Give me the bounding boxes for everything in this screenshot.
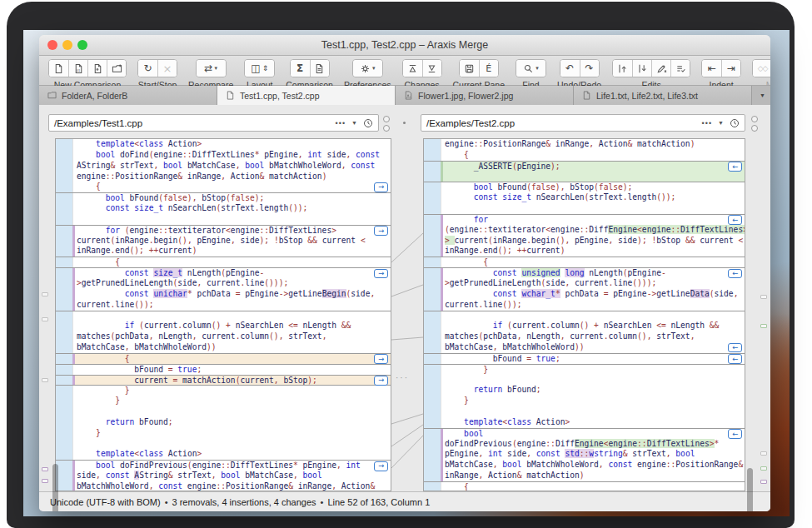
next-change-button[interactable] — [422, 60, 441, 77]
encoding-button[interactable]: É — [479, 60, 498, 77]
merge-right-button[interactable]: → — [374, 226, 388, 236]
code-line — [424, 375, 745, 386]
code-line: matches(pchData, nLength, current.column… — [56, 331, 391, 342]
code-line: } — [424, 364, 745, 375]
new-binary-comparison-button[interactable]: 01 — [68, 60, 87, 77]
history-icon[interactable] — [730, 118, 740, 128]
merge-right-button[interactable]: → — [374, 182, 388, 192]
inserted-line-background — [441, 172, 745, 182]
merge-right-button[interactable]: → — [374, 354, 388, 364]
code-line: const size_t nSearchLen(strText.length()… — [424, 192, 745, 203]
left-change-map[interactable] — [39, 208, 52, 511]
new-image-comparison-button[interactable] — [87, 60, 107, 77]
new-text-comparison-button[interactable] — [49, 60, 68, 77]
comparison-content: /Examples/Test1.cpp ••• ▼ /Examples/Test… — [39, 105, 770, 491]
changes-summary: 3 removals, 4 insertions, 4 changes — [172, 497, 316, 507]
merge-both-button: ◇◇ — [753, 60, 770, 77]
code-line: >getPrunedLineLength(side, current.line(… — [56, 278, 391, 289]
code-line: bMatchWholeWord, const engine::PositionR… — [56, 481, 391, 491]
merge-right-button[interactable]: → — [374, 269, 388, 279]
path-dropdown-icon[interactable]: ▼ — [351, 120, 357, 126]
code-line: bool doFindPrevious(engine::DiffTextLine… — [56, 460, 391, 471]
edit-prev-icon — [617, 63, 628, 74]
change-map-marker — [760, 466, 767, 471]
code-line: { — [56, 257, 391, 267]
code-line: bool← — [424, 428, 745, 439]
previous-edit-button[interactable] — [613, 60, 632, 77]
merge-left-button[interactable]: ← — [728, 162, 742, 172]
recompare-button[interactable]: ⇄▾ — [197, 60, 226, 77]
left-file-path-field[interactable]: /Examples/Test1.cpp ••• ▼ — [48, 114, 379, 132]
save-button[interactable] — [460, 60, 479, 77]
code-line: matches(pchData, nLength, current.column… — [424, 331, 745, 342]
sigma-icon: Σ — [296, 63, 303, 73]
encoding-icon: É — [486, 64, 491, 73]
title-bar[interactable]: Test1.cpp, Test2.cpp – Araxis Merge — [39, 35, 770, 56]
previous-change-button[interactable] — [403, 60, 422, 77]
discard-edits-button[interactable] — [651, 60, 670, 77]
path-dropdown-icon[interactable]: ▼ — [718, 120, 724, 126]
code-line: pEngine, int side, const std::wstring& s… — [424, 449, 745, 460]
code-line: current(inRange.begin(), pEngine, side);… — [56, 236, 391, 247]
code-line: for← — [424, 214, 745, 225]
next-edit-button[interactable] — [632, 60, 651, 77]
merge-right-button[interactable]: → — [374, 461, 388, 471]
outdent-button[interactable]: ⇤ — [702, 60, 721, 77]
code-line: bFound = true;← — [424, 353, 745, 364]
preferences-button[interactable]: ▾ — [353, 60, 382, 77]
start-button[interactable]: ↻ — [138, 60, 157, 77]
merge-left-button[interactable]: ← — [728, 354, 742, 364]
stop-button: × — [157, 60, 177, 77]
code-line — [56, 214, 391, 225]
review-edits-button[interactable] — [670, 60, 690, 77]
right-code-pane[interactable]: engine::PositionRange& inRange, Action& … — [423, 138, 745, 491]
left-pane-status-indicators — [383, 116, 391, 132]
folder-icon — [47, 91, 57, 100]
redo-button[interactable]: ↷ — [580, 60, 599, 77]
right-file-path-field[interactable]: /Examples/Test2.cpp ••• ▼ — [421, 114, 745, 132]
layout-button[interactable]: ◫⇕ — [245, 60, 274, 77]
tab-foldera-folderb[interactable]: FolderA, FolderB — [39, 86, 217, 105]
screenshot-stage: Test1.cpp, Test2.cpp – Araxis Merge 01Ne… — [0, 0, 812, 528]
tab-flower1-jpg-flower2-jpg[interactable]: Flower1.jpg, Flower2.jpg — [396, 86, 574, 105]
pane-link-dot — [403, 122, 406, 124]
save-icon — [464, 63, 475, 74]
outdent-icon: ⇤ — [708, 63, 716, 73]
find-button[interactable]: ▾ — [516, 60, 545, 77]
indent-button[interactable]: ⇥ — [721, 60, 740, 77]
change-map-marker — [42, 378, 48, 382]
merge-both-icon: ◇◇ — [758, 65, 768, 72]
doc-image-icon — [92, 63, 103, 74]
merge-left-button[interactable]: ← — [728, 429, 742, 439]
right-change-map[interactable] — [756, 208, 770, 511]
merge-right-button[interactable]: → — [374, 376, 388, 386]
report-icon — [314, 63, 325, 74]
change-map-marker — [42, 317, 48, 321]
merge-left-button[interactable]: ← — [728, 343, 742, 353]
right-pane-status-indicators — [751, 116, 760, 132]
code-line: bool bFound(false), bStop(false); — [56, 192, 391, 203]
right-pane-scrollbar[interactable] — [747, 468, 753, 511]
comparison-summary-button[interactable]: Σ — [291, 60, 310, 77]
tab-life1-txt-life2-txt-life3-txt[interactable]: Life1.txt, Life2.txt, Life3.txt — [574, 86, 752, 105]
code-line: } — [56, 396, 391, 406]
path-menu-icon[interactable]: ••• — [702, 119, 712, 127]
doc-binary-icon: 01 — [73, 63, 84, 74]
undo-button[interactable]: ↶ — [560, 60, 580, 77]
merge-left-button[interactable]: ← — [728, 269, 742, 279]
merge-left-button[interactable]: ← — [728, 215, 742, 225]
left-pane-scrollbar[interactable] — [52, 464, 58, 511]
tab-test1-cpp-test2-cpp[interactable]: Test1.cpp, Test2.cpp — [217, 86, 396, 105]
new-folder-comparison-button[interactable] — [107, 60, 126, 77]
path-menu-icon[interactable]: ••• — [336, 119, 346, 127]
tab-list-dropdown[interactable]: ▼ — [752, 86, 770, 105]
change-next-icon — [426, 63, 437, 74]
comparison-report-button[interactable] — [310, 60, 329, 77]
layout-icon: ◫⇕ — [251, 63, 268, 73]
code-line: bool bFound(false), bStop(false); — [424, 182, 745, 192]
history-icon[interactable] — [363, 118, 373, 128]
code-line: const unsigned long nLength(pEngine-← — [424, 267, 745, 278]
code-line: { — [424, 257, 745, 267]
left-code-pane[interactable]: template<class Action> bool doFind(engin… — [55, 138, 391, 491]
code-line: if (current.column() + nSearchLen <= nLe… — [56, 321, 391, 331]
